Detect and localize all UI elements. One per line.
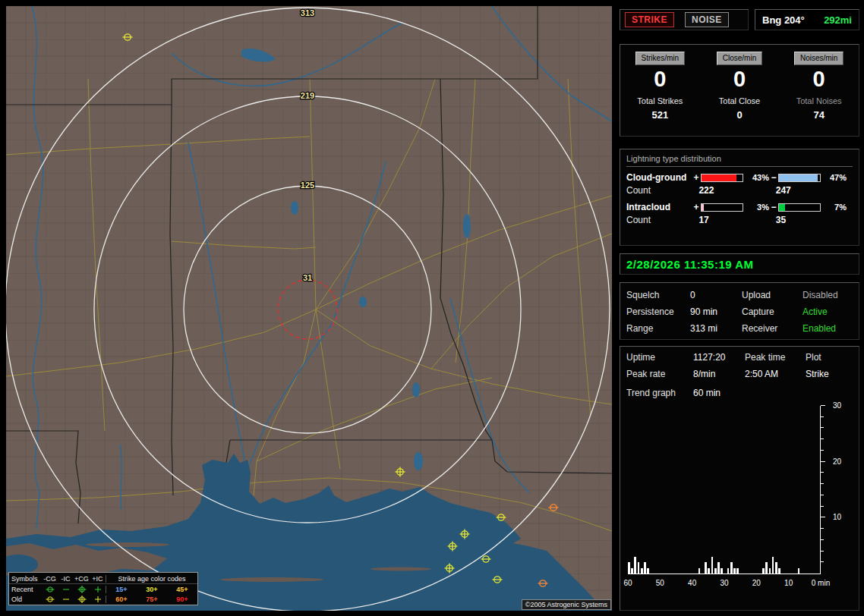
x-axis-label: 10 xyxy=(784,579,793,587)
trend-bar xyxy=(736,568,739,574)
range-ring-label: 313 xyxy=(301,8,314,17)
legend-col-neg-cg: -CG xyxy=(42,575,58,583)
pos-cg-old-icon xyxy=(74,596,90,603)
legend-symbols-header: Symbols xyxy=(9,575,42,583)
trend-bar xyxy=(772,557,774,574)
strike-mode-button[interactable]: STRIKE xyxy=(625,12,674,27)
y-axis-tick xyxy=(821,483,824,484)
minus-sign: − xyxy=(769,172,778,183)
clock-box: 2/28/2026 11:35:19 AM xyxy=(620,253,859,275)
y-axis-label: 10 xyxy=(833,514,841,521)
age-code: 30+ xyxy=(146,586,157,593)
total-close-value: 0 xyxy=(700,109,780,121)
nexstorm-app: { "map": { "ring_labels": ["313", "219",… xyxy=(0,0,864,616)
peak-time-value: 2:50 AM xyxy=(745,369,806,379)
trend-bar xyxy=(698,568,701,574)
pos-cg-recent-icon xyxy=(74,586,90,593)
peak-rate-label: Peak rate xyxy=(626,369,693,379)
y-axis-label: 20 xyxy=(833,458,841,466)
trend-bar xyxy=(765,562,768,574)
y-axis-tick xyxy=(821,461,825,462)
peak-time-label: Peak time xyxy=(745,352,806,363)
mode-buttons-box: STRIKE NOISE xyxy=(620,9,749,30)
cg-plus-count: 222 xyxy=(698,185,775,196)
bearing-display: Bng 204° 292mi xyxy=(755,9,859,30)
capture-label: Capture xyxy=(742,306,803,317)
ic-minus-pct: 7% xyxy=(821,203,847,212)
y-axis-tick xyxy=(821,427,824,428)
noise-mode-button[interactable]: NOISE xyxy=(685,12,729,27)
intracloud-row: Intracloud + 3% − 7% xyxy=(626,202,853,212)
minus-sign: − xyxy=(769,202,778,212)
map-canvas: 313 219 125 31 xyxy=(6,6,612,611)
strike-legend: Symbols -CG -IC +CG +IC Strike age color… xyxy=(8,572,198,605)
age-code: 15+ xyxy=(115,586,127,593)
x-axis-label: 50 xyxy=(656,579,664,587)
count-label: Count xyxy=(626,185,698,196)
uptime-value: 1127:20 xyxy=(693,352,745,363)
trend-bar xyxy=(631,568,633,574)
trend-bar xyxy=(733,568,736,574)
plot-value: Strike xyxy=(806,369,853,379)
capture-status: Active xyxy=(803,306,853,317)
age-code: 60+ xyxy=(115,596,127,603)
lightning-map: 313 219 125 31 Symbols -CG -IC +CG +IC S… xyxy=(6,6,612,611)
total-strikes-value: 521 xyxy=(620,109,700,121)
total-close-label: Total Close xyxy=(700,96,780,105)
y-axis-tick xyxy=(821,416,824,417)
legend-old-label: Old xyxy=(9,596,42,603)
strikes-per-min-value: 0 xyxy=(620,67,700,91)
trend-bar xyxy=(644,562,646,574)
cg-plus-bar xyxy=(701,174,743,182)
control-panel: STRIKE NOISE Bng 204° 292mi Strikes/min … xyxy=(616,0,864,616)
x-axis-label: 30 xyxy=(720,579,728,587)
neg-ic-old-icon xyxy=(58,596,74,603)
plus-sign: + xyxy=(692,172,701,183)
y-axis-tick xyxy=(821,506,824,507)
upload-label: Upload xyxy=(742,290,803,300)
strikes-per-min-button[interactable]: Strikes/min xyxy=(635,52,685,65)
trend-bar xyxy=(714,568,717,574)
copyright-label: ©2005 Astrogenic Systems xyxy=(522,599,611,610)
range-ring-label: 125 xyxy=(301,181,314,190)
cg-minus-count: 247 xyxy=(776,185,853,196)
y-axis-label: 30 xyxy=(833,402,841,410)
ic-minus-count: 35 xyxy=(776,215,853,225)
ic-plus-bar xyxy=(701,203,743,212)
age-code: 45+ xyxy=(176,586,188,593)
y-axis-tick xyxy=(821,405,825,406)
trend-bar xyxy=(775,562,777,574)
neg-cg-recent-icon xyxy=(42,586,58,593)
settings-box: Squelch 0 Upload Disabled Persistence 90… xyxy=(620,282,859,340)
y-axis-tick xyxy=(821,528,824,529)
range-label: Range xyxy=(626,323,690,334)
bearing-label: Bng 204° xyxy=(762,14,805,26)
stats-box: Uptime 1127:20 Peak time Plot Peak rate … xyxy=(620,346,859,611)
age-code: 90+ xyxy=(176,596,188,603)
total-noises-value: 74 xyxy=(779,109,859,121)
squelch-value: 0 xyxy=(690,290,742,300)
trend-graph-label: Trend graph xyxy=(626,388,693,398)
y-axis-tick xyxy=(821,450,824,451)
trend-plot-area: 102030 xyxy=(628,406,821,574)
trend-graph: 102030 6050403020100 min xyxy=(626,403,853,594)
cg-plus-pct: 43% xyxy=(743,173,769,182)
squelch-label: Squelch xyxy=(626,290,690,300)
trend-bar xyxy=(762,568,765,574)
stats-grid: Uptime 1127:20 Peak time Plot Peak rate … xyxy=(626,352,853,379)
neg-ic-recent-icon xyxy=(58,586,74,593)
close-per-min-button[interactable]: Close/min xyxy=(717,52,762,65)
noises-per-min-value: 0 xyxy=(779,67,859,91)
upload-status: Disabled xyxy=(803,290,853,300)
noises-per-min-button[interactable]: Noises/min xyxy=(794,52,844,65)
trend-bar xyxy=(638,562,640,574)
pos-ic-recent-icon xyxy=(90,586,106,593)
cloud-ground-count-row: Count 222 247 xyxy=(626,185,853,196)
bearing-distance: 292mi xyxy=(824,14,852,26)
trend-bar xyxy=(641,568,643,574)
trend-bar xyxy=(711,557,714,574)
age-code: 75+ xyxy=(146,596,157,603)
x-axis-label: 20 xyxy=(752,579,761,587)
trend-bar xyxy=(628,562,630,574)
trend-bar xyxy=(647,568,649,574)
